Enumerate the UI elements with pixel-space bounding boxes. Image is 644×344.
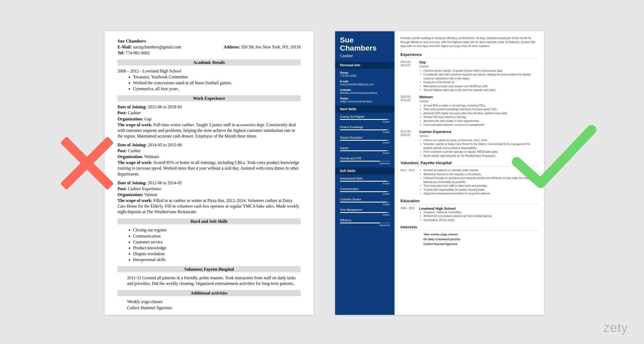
list-item: Communication — [133, 233, 301, 239]
skill-item: Time ManagementExpert — [340, 208, 390, 216]
section-interests: Interests — [400, 225, 538, 231]
section-education: Education — [400, 198, 538, 204]
skill-bar — [340, 150, 390, 151]
skill-name: Dispute Resolution — [340, 136, 390, 139]
list-item: Closing out register — [133, 227, 301, 233]
skill-name: Interpersonal Skills — [340, 177, 390, 180]
list-item: Product knowledge — [133, 245, 301, 251]
skill-level: Advanced — [340, 162, 390, 165]
academic-school: 2008 – 2012 - Loveland High School — [118, 68, 301, 74]
skill-level: Advanced — [340, 224, 390, 227]
interest-item: Take weekly yoga classes — [423, 233, 538, 236]
skill-bar — [340, 140, 390, 141]
contact-label: LinkedIn — [340, 89, 390, 91]
sidebar: Sue Chambers Cashier Personal Info Phone… — [335, 31, 395, 315]
entry-heading: Gap — [419, 60, 538, 64]
skill-bar — [340, 181, 390, 182]
list-item: Worked the concessions stand at all home… — [423, 214, 538, 218]
contact-label: Twitter — [340, 97, 390, 100]
entry-dates: 2014-05 - 2015-06 — [400, 95, 419, 127]
skill-level: Expert — [340, 182, 390, 185]
job-block: Date of Joining: 2012-06 to 2014-05Post:… — [118, 180, 301, 215]
summary: Friendly cashier seeking to enhance effi… — [400, 36, 538, 48]
section-additional: Additional activities — [118, 290, 301, 296]
x-mark-icon — [54, 130, 120, 197]
interest-item: Do daily crossword puzzles — [423, 238, 538, 241]
skill-name: Efficiency — [340, 219, 390, 222]
name-last: Chambers — [340, 44, 390, 52]
skill-level: Expert — [340, 203, 390, 206]
list-item: Interpersonal skills — [133, 257, 301, 262]
list-item: Full-time senior cashier. Coached 3 juni… — [423, 69, 538, 73]
list-item: Worked 380 days without a sick day. — [423, 115, 538, 119]
education-entry: 2008 - 2012 Loveland High School Treasur… — [400, 207, 538, 222]
skill-item: First Aid and CPRAdvanced — [340, 157, 390, 165]
interest-item: Collect Hummel figurines — [423, 242, 538, 246]
contact-value: linkedin.com/in/suezqchambers — [340, 91, 390, 94]
skill-item: SquareExpert — [340, 147, 390, 154]
volunteer-text: 2011-12 Greeted all patients in a friend… — [127, 275, 301, 286]
skill-level: Expert — [340, 193, 390, 195]
list-item: Employee of the Month 3x. — [423, 81, 538, 85]
section-volunteer: Volunteer, Fayette Hospital — [118, 266, 301, 272]
skill-level: Expert — [340, 120, 390, 123]
address-line: Address: 350 5th Ave New York, NY, 10118 — [224, 44, 301, 50]
list-item: Gymnastics, all four years. — [133, 86, 301, 91]
list-item: Treasurer, Yearbook Committee. — [133, 74, 301, 80]
skill-name: First Aid and CPR — [340, 157, 390, 160]
skill-bar — [340, 202, 390, 202]
contact-value: suezqchambers@gmail.com — [340, 83, 390, 86]
section-work: Work Experience — [118, 95, 301, 101]
skill-item: CommunicationExpert — [340, 188, 390, 195]
experience-entry: 2015-06 - 2018-03GapCashierFull-time sen… — [400, 60, 538, 92]
skill-item: Closing Out RegisterExpert — [340, 115, 390, 123]
name-first: Sue — [340, 36, 390, 44]
entry-sub: Cashier — [419, 65, 538, 68]
list-item: Second highest sales rate in the store f… — [423, 88, 538, 92]
skill-level: Expert — [340, 131, 390, 133]
check-mark-icon — [511, 122, 597, 191]
email-line: E-Mail: suezqchambers@gmail.com — [118, 44, 181, 50]
additional-item: Collect Hummel figurines — [127, 305, 301, 311]
skill-item: Customer ServiceExpert — [340, 198, 390, 206]
skill-item: EfficiencyAdvanced — [340, 219, 390, 227]
name: Sue Chambers — [118, 38, 301, 44]
skill-name: Product Knowledge — [340, 126, 390, 129]
entry-dates: 2015-06 - 2018-03 — [400, 60, 419, 92]
entry-sub: Cashier — [419, 100, 538, 103]
entry-heading: Walmart — [419, 95, 538, 99]
list-item: Scored 95% or better in all trainings, i… — [423, 104, 538, 108]
job-block: Date of Joining: 2015-06 to 2018-03Post:… — [118, 104, 301, 139]
school-name: Loveland High School — [419, 207, 538, 211]
skill-bar — [340, 212, 390, 213]
skill-level: Expert — [340, 213, 390, 216]
academic-bullets: Treasurer, Yearbook Committee.Worked the… — [133, 74, 301, 91]
list-item: Took extra product knowledge training to… — [423, 108, 538, 112]
resume-bad: Sue Chambers E-Mail: suezqchambers@gmail… — [105, 31, 313, 315]
section-experience: Experience — [400, 52, 538, 58]
side-personal: Personal Info — [335, 62, 395, 69]
entry-dates: 2012-06 - 2014-05 — [400, 130, 419, 158]
skill-level: Expert — [340, 141, 390, 144]
list-item: Worked the concessions stand at all home… — [133, 80, 301, 86]
side-hard-skills: Hard Skills — [335, 106, 395, 113]
section-skills: Hard and Soft Skills — [118, 218, 301, 224]
contact-label: Phone — [340, 71, 390, 74]
skill-bar — [340, 129, 390, 130]
contact-value: 774-981-6002 — [340, 74, 390, 77]
side-soft-skills: Soft Skills — [335, 167, 395, 174]
list-item: Maintained accurate cash drawer over $10… — [423, 85, 538, 89]
brand-logo: zety — [603, 320, 628, 335]
skill-name: Square — [340, 147, 390, 150]
skill-item: Interpersonal SkillsExpert — [340, 177, 390, 185]
skill-item: Product KnowledgeExpert — [340, 126, 390, 133]
section-academic: Academic Details — [118, 59, 301, 66]
skill-name: Customer Service — [340, 198, 390, 201]
role: Cashier — [340, 54, 390, 58]
skill-bar — [340, 119, 390, 120]
skill-name: Communication — [340, 188, 390, 190]
skill-bar — [340, 191, 390, 192]
list-item: Gymnastics, all four years. — [423, 218, 538, 222]
job-block: Date of Joining: 2014-05 to 2015-06Post:… — [118, 142, 301, 177]
skill-item: Dispute ResolutionExpert — [340, 136, 390, 144]
